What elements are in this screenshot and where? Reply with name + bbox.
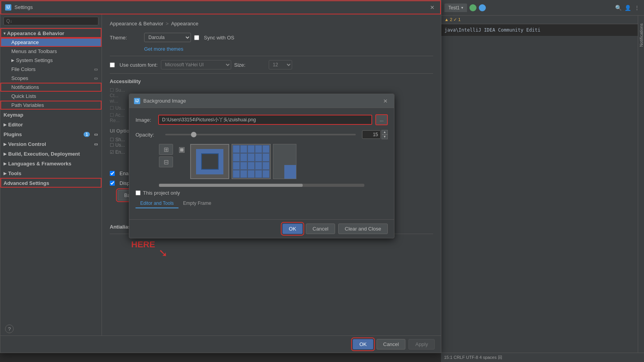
grid-cell xyxy=(240,162,247,170)
project-only-checkbox[interactable] xyxy=(136,190,141,195)
grid-cell xyxy=(255,145,262,153)
slider-thumb xyxy=(191,132,196,137)
browse-button[interactable]: ... xyxy=(375,114,388,125)
project-only-row: This project only xyxy=(136,190,388,196)
grid-cell xyxy=(262,153,269,161)
layout-btn-2[interactable]: ⊟ xyxy=(159,156,173,167)
partial-blue xyxy=(284,165,296,179)
grid-cell xyxy=(262,170,269,178)
modal-clear-close-button[interactable]: Clear and Close xyxy=(338,224,388,234)
grid-cell xyxy=(255,170,262,178)
image-path-input[interactable] xyxy=(158,115,372,125)
grid-cell xyxy=(248,153,255,161)
grid-cell xyxy=(248,162,255,170)
grid-cell xyxy=(248,145,255,153)
grid-cell xyxy=(262,162,269,170)
spinner-down-button[interactable]: ▼ xyxy=(382,135,388,139)
horizontal-scrollbar[interactable] xyxy=(159,184,364,187)
spinner-buttons: ▲ ▼ xyxy=(382,130,388,139)
project-only-label: This project only xyxy=(143,190,180,196)
modal-icon-text: IJ xyxy=(136,99,139,103)
scrollbar-thumb xyxy=(159,184,303,187)
grid-cell xyxy=(240,145,247,153)
tab-empty-frame[interactable]: Empty Frame xyxy=(178,199,216,208)
preview-container xyxy=(190,144,296,179)
grid-cell xyxy=(240,153,247,161)
opacity-label: Opacity: xyxy=(136,132,159,138)
grid-cell xyxy=(240,170,247,178)
bg-image-dialog: IJ Background Image ✕ Image: ... Opacity… xyxy=(129,94,394,238)
spinner-up-button[interactable]: ▲ xyxy=(382,130,388,135)
grid-cell xyxy=(248,170,255,178)
opacity-input[interactable] xyxy=(362,130,381,139)
grid-cell xyxy=(233,153,240,161)
modal-overlay: IJ Background Image ✕ Image: ... Opacity… xyxy=(0,0,644,362)
modal-tabs: Editor and Tools Empty Frame xyxy=(136,199,388,208)
opacity-row: Opacity: ▲ ▼ xyxy=(136,130,388,139)
modal-title: Background Image xyxy=(143,98,186,104)
tab-editor-and-tools[interactable]: Editor and Tools xyxy=(136,199,178,208)
modal-ok-button[interactable]: OK xyxy=(282,224,303,234)
grid-cell xyxy=(233,162,240,170)
center-icon: ▣ xyxy=(176,144,187,155)
modal-titlebar: IJ Background Image ✕ xyxy=(129,94,394,108)
modal-footer: OK Cancel Clear and Close xyxy=(129,219,394,238)
grid-cell xyxy=(233,170,240,178)
modal-icon: IJ xyxy=(134,98,140,104)
preview-grid[interactable] xyxy=(232,144,271,179)
opacity-value-box: ▲ ▼ xyxy=(362,130,388,139)
preview-inner xyxy=(196,149,223,174)
grid-cell xyxy=(262,145,269,153)
layout-buttons: ⊞ ⊟ xyxy=(159,144,173,167)
layout-btn-1[interactable]: ⊞ xyxy=(159,144,173,155)
grid-cell xyxy=(255,162,262,170)
grid-cell xyxy=(255,153,262,161)
modal-close-button[interactable]: ✕ xyxy=(382,97,389,105)
preview-main[interactable] xyxy=(190,144,229,179)
opacity-slider[interactable] xyxy=(165,134,356,135)
image-label: Image: xyxy=(136,117,155,123)
grid-cell xyxy=(233,145,240,153)
image-path-row: Image: ... xyxy=(136,114,388,125)
preview-inner-inner xyxy=(201,153,219,170)
modal-body: Image: ... Opacity: ▲ ▼ xyxy=(129,108,394,219)
image-preview-area: ⊞ ⊟ ▣ xyxy=(136,144,388,179)
preview-partial[interactable] xyxy=(273,144,296,179)
modal-cancel-button[interactable]: Cancel xyxy=(306,224,335,234)
